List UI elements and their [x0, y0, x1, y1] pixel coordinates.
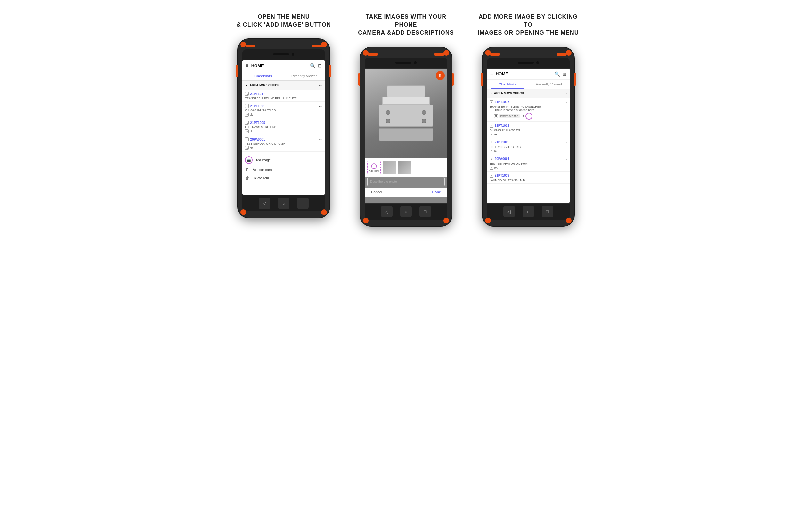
item-sub-1a: TRANSFER PIPELINE PIG LAUNCHER [245, 97, 322, 100]
item-id-3a: 21PT1017 [495, 100, 562, 104]
file-tag: 🖼 DSC01042.JPG +1 [490, 113, 567, 120]
item-note-3c: ok. [494, 149, 498, 152]
item-sub-1b: OIL/GAS P/LN A TO EG [245, 109, 322, 112]
list-item-1d[interactable]: 1 20PA0001 ··· TEST SEPARATOR OIL PUMP ≡… [242, 135, 325, 152]
nav-back-1[interactable]: ◁ [259, 197, 270, 209]
dots-1c[interactable]: ··· [319, 120, 323, 125]
list-item-3e[interactable]: 2 21PT1019 ··· LAUN TO OIL TRANS LN B [487, 171, 570, 184]
dots-1a[interactable]: ··· [319, 91, 323, 96]
nav-recent-2[interactable]: □ [419, 206, 431, 217]
item-icon-3b: 1 [490, 124, 493, 128]
checklist-header-1: ▼ AREA M320 CHECK ··· [242, 81, 325, 90]
list-item-1a[interactable]: 1 21PT1017 ··· TRANSFER PIPELINE PIG LAU… [242, 90, 325, 102]
dots-1d[interactable]: ··· [319, 137, 323, 142]
item-id-1d: 20PA0001 [250, 138, 317, 141]
machine-visual [365, 69, 447, 158]
item-icon-3d: 1 [490, 157, 493, 161]
file-name: DSC01042.JPG [499, 114, 520, 118]
item-sub-3b: OIL/GAS P/LN A TO EG [490, 129, 567, 132]
list-item-3b[interactable]: 1 21PT1021 ··· OIL/GAS P/LN A TO EG ≡ ok… [487, 122, 570, 138]
phone-3: ≡ HOME 🔍 ⊞ Checklists Recently Viewed ▼ … [482, 47, 575, 227]
add-image-label: Add image [255, 159, 271, 162]
done-btn[interactable]: Done [432, 190, 441, 194]
nav-back-3[interactable]: ◁ [503, 206, 515, 217]
item-sub-3a: TRANSFER PIPELINE PIG LAUNCHER [490, 105, 567, 108]
app-header-1: ≡ HOME 🔍 ⊞ [242, 60, 325, 71]
note-icon-3c: ≡ [490, 149, 493, 153]
add-more-btn[interactable]: + Add More [367, 161, 381, 175]
phone-1: ≡ HOME 🔍 ⊞ Checklists Recently Viewed ▼ … [237, 39, 330, 218]
top-accent-left [245, 45, 255, 47]
screen-3: ≡ HOME 🔍 ⊞ Checklists Recently Viewed ▼ … [487, 69, 570, 203]
list-item-3a[interactable]: 1 21PT1017 ··· TRANSFER PIPELINE PIG LAU… [487, 98, 570, 122]
phone-speaker-2 [395, 62, 411, 64]
list-item-1c[interactable]: 1 21PT1005 ··· OIL TRANS MTRG PKG ≡ ok. [242, 118, 325, 135]
list-item-1b[interactable]: 1 21PT1021 ··· OIL/GAS P/LN A TO EG ≡ ok… [242, 102, 325, 118]
dots-3a[interactable]: ··· [563, 100, 567, 105]
add-comment-action[interactable]: 🗒 Add comment [245, 165, 322, 174]
tab-checklists-3[interactable]: Checklists [487, 80, 528, 89]
tab-recently-viewed-3[interactable]: Recently Viewed [528, 80, 570, 89]
note-icon-1b: ≡ [245, 113, 249, 117]
top-accent-left-3 [490, 53, 500, 56]
screen-2: 🗑 + Add More Describe the photo Cancel D [365, 69, 447, 203]
item-note-1c: ok. [250, 130, 254, 133]
item-sub-1c: OIL TRANS MTRG PKG [245, 125, 322, 129]
photo-thumb-1[interactable] [382, 161, 396, 175]
photo-thumb-2[interactable] [398, 161, 411, 175]
nav-back-2[interactable]: ◁ [381, 206, 393, 217]
note-icon-1c: ≡ [245, 129, 249, 133]
dots-1b[interactable]: ··· [319, 103, 323, 108]
cancel-btn[interactable]: Cancel [371, 190, 382, 194]
add-comment-label: Add comment [253, 168, 272, 171]
list-item-3c[interactable]: 1 21PT1005 ··· OIL TRANS MTRG PKG ≡ ok. [487, 138, 570, 155]
nav-home-2[interactable]: ○ [400, 206, 412, 217]
dots-3b[interactable]: ··· [563, 123, 567, 129]
step1-title: OPEN THE MENU & CLICK 'ADD IMAGE' BUTTON [237, 13, 331, 29]
add-image-action[interactable]: 📷 Add image [245, 155, 322, 165]
dots-3e[interactable]: ··· [563, 173, 567, 178]
nav-home-1[interactable]: ○ [278, 197, 289, 209]
dots-menu-1[interactable]: ··· [319, 82, 323, 88]
item-sub-3c: OIL TRANS MTRG PKG [490, 145, 567, 149]
add-more-circle-icon: + [371, 163, 377, 169]
list-item-3d[interactable]: 1 20PA0001 ··· TEST SEPARATOR OIL PUMP ≡… [487, 155, 570, 171]
item-icon-1c: 1 [245, 121, 249, 124]
grid-icon-1[interactable]: ⊞ [318, 63, 322, 68]
tab-checklists-1[interactable]: Checklists [242, 71, 284, 80]
phone-bottom-bar-1: ◁ ○ □ [242, 195, 325, 211]
delete-item-action[interactable]: 🗑 Delete item [245, 174, 322, 182]
add-more-label: Add More [369, 170, 379, 172]
item-id-1c: 21PT1005 [250, 121, 317, 124]
describe-input[interactable]: Describe the photo [367, 177, 445, 186]
dots-menu-3[interactable]: ··· [563, 91, 567, 96]
search-icon-1[interactable]: 🔍 [310, 63, 315, 68]
search-icon-3[interactable]: 🔍 [555, 71, 560, 76]
grid-icon-3[interactable]: ⊞ [562, 71, 567, 76]
tabs-3: Checklists Recently Viewed [487, 80, 570, 89]
delete-photo-btn[interactable]: 🗑 [436, 71, 445, 80]
main-container: OPEN THE MENU & CLICK 'ADD IMAGE' BUTTON… [232, 13, 580, 227]
menu-actions-1: 📷 Add image 🗒 Add comment 🗑 Delete item [242, 152, 325, 185]
note-icon-3b: ≡ [490, 133, 493, 136]
photo-strip: + Add More [365, 158, 447, 177]
item-icon-3e: 2 [490, 174, 493, 178]
item-id-1b: 21PT1021 [250, 104, 317, 108]
item-note-1b: ok. [250, 113, 254, 116]
dots-3d[interactable]: ··· [563, 156, 567, 162]
nav-recent-1[interactable]: □ [297, 197, 309, 209]
nav-home-3[interactable]: ○ [523, 206, 534, 217]
camera-view: 🗑 [365, 69, 447, 158]
dots-3c[interactable]: ··· [563, 140, 567, 145]
item-note-3d: ok. [494, 166, 498, 169]
tab-recently-viewed-1[interactable]: Recently Viewed [284, 71, 325, 80]
menu-icon-1[interactable]: ≡ [245, 63, 249, 69]
phone-bottom-bar-2: ◁ ○ □ [365, 204, 447, 220]
item-id-3e: 21PT1019 [495, 174, 562, 177]
checklist-title-3: AREA M320 CHECK [494, 92, 563, 95]
phone-speaker [273, 54, 289, 55]
menu-icon-3[interactable]: ≡ [490, 71, 493, 77]
nav-recent-3[interactable]: □ [542, 206, 553, 217]
top-accent-right [312, 45, 322, 47]
step3-title: ADD MORE IMAGE BY CLICKING TO IMAGES OR … [477, 13, 580, 37]
